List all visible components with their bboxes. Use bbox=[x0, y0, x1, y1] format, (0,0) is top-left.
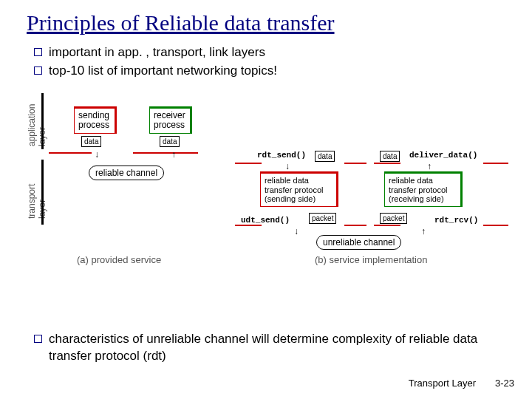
box-rdt-sending: reliable datatransfer protocol(sending s… bbox=[260, 171, 338, 207]
divider-line bbox=[49, 152, 92, 154]
divider-line bbox=[133, 152, 198, 154]
bottom-bullet-list: characteristics of unreliable channel wi… bbox=[34, 331, 492, 366]
square-bullet-icon bbox=[34, 66, 42, 75]
layer-label-transport: transportlayer bbox=[27, 184, 47, 219]
bullet-text: top-10 list of important networking topi… bbox=[49, 63, 277, 80]
tag-data: data bbox=[380, 151, 400, 162]
fn-rdt-send: rdt_send() bbox=[257, 151, 306, 160]
divider-line bbox=[374, 225, 400, 226]
bullet-text: important in app. , transport, link laye… bbox=[49, 44, 265, 61]
layer-bar bbox=[41, 160, 44, 225]
fn-udt-send: udt_send() bbox=[241, 216, 290, 225]
arrow-down-icon: ↓ bbox=[285, 161, 290, 171]
divider-line bbox=[344, 163, 366, 164]
tag-packet: packet bbox=[380, 213, 407, 224]
box-sending-process: sendingprocess bbox=[74, 106, 117, 134]
arrow-up-icon: ↑ bbox=[427, 161, 432, 171]
layer-bar bbox=[41, 93, 44, 149]
box-rdt-receiving: reliable datatransfer protocol(receiving… bbox=[384, 171, 463, 207]
divider-line bbox=[374, 163, 400, 164]
square-bullet-icon bbox=[34, 335, 42, 343]
footer-label: Transport Layer bbox=[409, 378, 476, 389]
slide-footer: Transport Layer 3-23 bbox=[409, 378, 514, 389]
tag-data: data bbox=[160, 136, 180, 147]
tag-packet: packet bbox=[309, 213, 336, 224]
divider-line bbox=[235, 163, 262, 164]
square-bullet-icon bbox=[34, 48, 42, 56]
divider-line bbox=[344, 225, 366, 226]
tag-data: data bbox=[81, 136, 101, 147]
caption-b: (b) service implementation bbox=[315, 254, 427, 265]
fn-rdt-rcv: rdt_rcv() bbox=[434, 216, 478, 225]
footer-page: 3-23 bbox=[495, 378, 514, 389]
arrow-up-icon: ↑ bbox=[171, 149, 176, 160]
arrow-up-icon: ↑ bbox=[421, 226, 426, 236]
box-receiver-process: receiverprocess bbox=[149, 106, 192, 134]
list-item: top-10 list of important networking topi… bbox=[34, 63, 532, 80]
arrow-down-icon: ↓ bbox=[294, 226, 299, 236]
list-item: characteristics of unreliable channel wi… bbox=[34, 331, 492, 365]
tag-data: data bbox=[315, 151, 335, 162]
divider-line bbox=[483, 163, 508, 164]
figure-container: applicationlayer transportlayer sendingp… bbox=[22, 89, 510, 281]
channel-unreliable: unreliable channel bbox=[316, 235, 401, 250]
divider-line bbox=[235, 225, 262, 226]
bullet-text: characteristics of unreliable channel wi… bbox=[49, 331, 492, 365]
list-item: important in app. , transport, link laye… bbox=[34, 44, 532, 61]
fn-deliver-data: deliver_data() bbox=[409, 151, 477, 160]
page-title: Principles of Reliable data transfer bbox=[0, 0, 532, 35]
top-bullet-list: important in app. , transport, link laye… bbox=[0, 35, 532, 80]
channel-reliable: reliable channel bbox=[89, 166, 164, 180]
layer-label-application: applicationlayer bbox=[27, 104, 47, 146]
divider-line bbox=[483, 225, 508, 226]
arrow-down-icon: ↓ bbox=[95, 149, 99, 160]
caption-a: (a) provided service bbox=[77, 254, 161, 265]
